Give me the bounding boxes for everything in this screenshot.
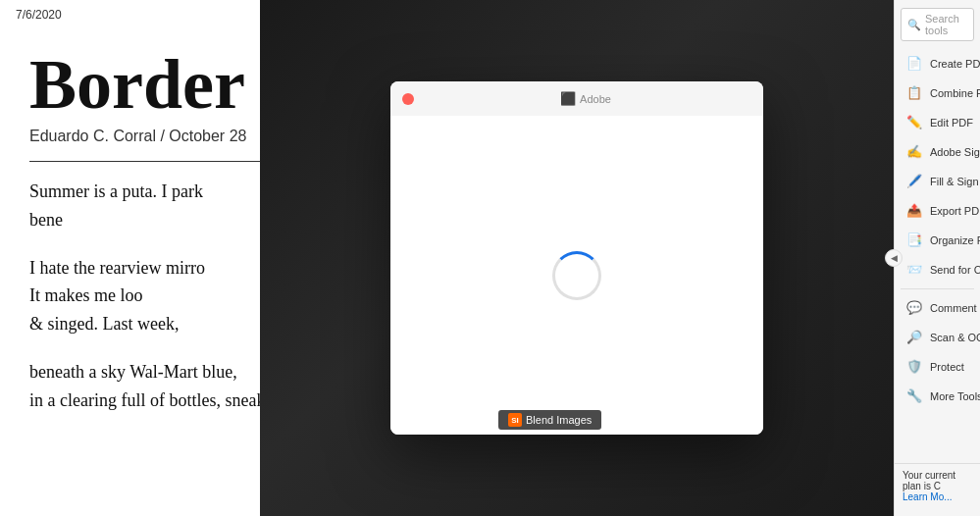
traffic-light-close[interactable] [402, 93, 414, 105]
sidebar-tool-protect[interactable]: 🛡️Protect [897, 352, 978, 382]
search-icon: 🔍 [907, 19, 921, 31]
sidebar-tool-edit-pdf[interactable]: ✏️Edit PDF [897, 108, 978, 137]
comment-label: Comment [930, 302, 977, 314]
loading-spinner [552, 251, 601, 300]
sidebar-tool-export-pdf[interactable]: 📤Export PDF [897, 196, 978, 226]
main-content: 7/6/2020 Border Patrol Agent | The New R… [0, 0, 894, 516]
article-date: 7/6/2020 [16, 8, 62, 22]
sidebar-tool-send-for-c[interactable]: 📨Send for Co [897, 255, 978, 284]
scan-ocr-label: Scan & OCR [930, 332, 980, 343]
learn-more-link[interactable]: Learn Mo... [903, 491, 972, 502]
protect-icon: 🛡️ [904, 357, 924, 377]
send-for-c-label: Send for Co [930, 264, 980, 276]
export-pdf-label: Export PDF [930, 205, 980, 217]
sidebar-tool-adobe-sign[interactable]: ✍️Adobe Sign [897, 137, 978, 167]
more-tools-icon: 🔧 [904, 387, 924, 406]
send-for-c-icon: 📨 [904, 260, 924, 280]
organize-p-icon: 📑 [904, 231, 924, 250]
sidebar-bottom: Your current plan is C Learn Mo... [895, 463, 980, 508]
combine-fi-icon: 📋 [904, 83, 924, 103]
search-placeholder: Search tools [925, 13, 967, 36]
sidebar-collapse-button[interactable]: ◀ [885, 249, 903, 267]
organize-p-label: Organize Pa [930, 234, 980, 246]
adobe-sign-label: Adobe Sign [930, 146, 980, 158]
sidebar-tool-combine-fi[interactable]: 📋Combine Fi [897, 78, 978, 108]
tools-list: 📄Create PDF📋Combine Fi✏️Edit PDF✍️Adobe … [895, 49, 980, 411]
plan-text: Your current plan is C [903, 470, 972, 491]
edit-pdf-label: Edit PDF [930, 117, 973, 129]
modal-overlay: ⬛ Adobe SI Blend Images [260, 0, 894, 516]
create-pdf-icon: 📄 [904, 54, 924, 74]
modal-window: ⬛ Adobe [390, 81, 763, 435]
comment-icon: 💬 [904, 298, 924, 318]
sidebar-tool-fill-sign[interactable]: 🖊️Fill & Sign [897, 167, 978, 196]
sidebar-divider-2 [901, 288, 974, 289]
sidebar-search-box[interactable]: 🔍 Search tools [901, 8, 974, 41]
sidebar-tool-organize-p[interactable]: 📑Organize Pa [897, 226, 978, 255]
blend-label: Blend Images [526, 414, 592, 426]
fill-sign-label: Fill & Sign [930, 176, 979, 187]
sidebar: ◀ 🔍 Search tools 📄Create PDF📋Combine Fi✏… [894, 0, 980, 516]
combine-fi-label: Combine Fi [930, 87, 980, 99]
scan-ocr-icon: 🔎 [904, 328, 924, 347]
fill-sign-icon: 🖊️ [904, 172, 924, 191]
adobe-sign-icon: ✍️ [904, 142, 924, 162]
sidebar-tool-more-tools[interactable]: 🔧More Tools [897, 382, 978, 411]
blend-icon: SI [508, 413, 522, 427]
create-pdf-label: Create PDF [930, 58, 980, 70]
modal-body [390, 116, 763, 435]
adobe-logo: ⬛ Adobe [560, 91, 611, 106]
sidebar-tool-scan-ocr[interactable]: 🔎Scan & OCR [897, 323, 978, 352]
sidebar-tool-comment[interactable]: 💬Comment [897, 293, 978, 323]
modal-titlebar: ⬛ Adobe [390, 81, 763, 116]
protect-label: Protect [930, 361, 964, 373]
blend-images-badge: SI Blend Images [498, 410, 601, 430]
sidebar-tool-create-pdf[interactable]: 📄Create PDF [897, 49, 978, 78]
edit-pdf-icon: ✏️ [904, 113, 924, 132]
more-tools-label: More Tools [930, 390, 980, 402]
export-pdf-icon: 📤 [904, 201, 924, 221]
